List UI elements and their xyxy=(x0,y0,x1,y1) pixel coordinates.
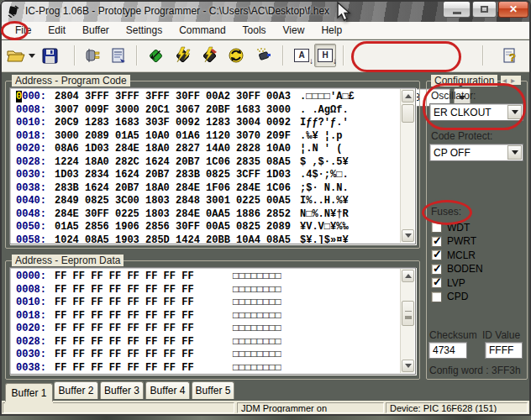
dropdown-button[interactable] xyxy=(507,145,522,160)
fuse-wdt[interactable]: WDT xyxy=(431,221,470,234)
configuration-label: Configuration xyxy=(431,75,497,87)
checkbox-checked-icon[interactable] xyxy=(431,277,442,288)
menu-item-help[interactable]: Help xyxy=(313,23,350,38)
eeprom-row-0020[interactable]: 0020:FF FF FF FF FF FF FF FF□□□□□□□□ xyxy=(16,323,400,336)
scroll-up-button[interactable] xyxy=(402,90,414,102)
eeprom-hex-grid[interactable]: 0000:FF FF FF FF FF FF FF FF□□□□□□□□0008… xyxy=(11,269,400,373)
checkbox-unchecked-icon[interactable] xyxy=(431,222,442,233)
eeprom-row-0000[interactable]: 0000:FF FF FF FF FF FF FF FF□□□□□□□□ xyxy=(16,270,400,284)
program-row-0048[interactable]: 0048:284E 30FF 0225 1803 284E 0AA5 1886 … xyxy=(16,208,400,222)
program-row-0028[interactable]: 0028:1224 18A0 282C 1624 20B7 1C06 2835 … xyxy=(16,156,400,170)
program-row-0008[interactable]: 0008:3007 009F 3000 20C1 3067 20BF 1683 … xyxy=(16,104,400,118)
program-row-0050[interactable]: 0050:01A5 2856 1906 2856 30FF 00A5 0825 … xyxy=(16,221,400,234)
open-folder-icon xyxy=(7,48,25,63)
fuse-boden[interactable]: BODEN xyxy=(431,263,483,276)
eeprom-box: 0000:FF FF FF FF FF FF FF FF□□□□□□□□0008… xyxy=(9,267,416,375)
minimize-icon xyxy=(453,12,461,14)
arrow-down-icon xyxy=(405,364,412,368)
fuse-lvp[interactable]: LVP xyxy=(431,276,465,289)
tab-buffer-5[interactable]: Buffer 5 xyxy=(192,381,234,399)
arrow-up-icon xyxy=(405,94,412,98)
checkbox-checked-icon[interactable] xyxy=(431,236,442,247)
program-row-0018[interactable]: 0018:3000 2089 01A5 10A0 01A6 1120 3070 … xyxy=(16,130,400,144)
fuse-mclr[interactable]: MCLR xyxy=(431,249,476,261)
verify-chip-icon xyxy=(227,46,245,65)
program-row-0000[interactable]: 0000:2804 3FFF 3FFF 3FFF 30FF 00A2 30FF … xyxy=(16,91,400,104)
device-info-button[interactable] xyxy=(108,44,129,67)
eeprom-row-0028[interactable]: 0028:FF FF FF FF FF FF FF FF□□□□□□□□ xyxy=(16,336,400,349)
checkbox-checked-icon[interactable] xyxy=(431,264,442,275)
open-file-button[interactable] xyxy=(5,44,27,67)
verify-chip-button[interactable] xyxy=(225,44,247,67)
program-row-0030[interactable]: 0030:1D03 2834 1624 20B7 283B 0825 3CFF … xyxy=(16,169,400,182)
program-hex-grid[interactable]: 0000:2804 3FFF 3FFF 3FFF 30FF 00A2 30FF … xyxy=(11,89,400,243)
menu-item-tools[interactable]: Tools xyxy=(234,23,275,38)
oscillator-dropdown[interactable]: ER CLKOUT xyxy=(429,103,523,121)
eeprom-row-0030[interactable]: 0030:FF FF FF FF FF FF FF FF□□□□□□□□ xyxy=(16,349,400,362)
checkbox-unchecked-icon[interactable] xyxy=(431,291,442,302)
chevron-down-icon xyxy=(512,150,518,155)
eeprom-row-0018[interactable]: 0018:FF FF FF FF FF FF FF FF□□□□□□□□ xyxy=(16,310,400,323)
maximize-button[interactable] xyxy=(472,1,497,18)
program-code-box: 0000:2804 3FFF 3FFF 3FFF 30FF 00A2 30FF … xyxy=(9,87,416,244)
desktop-background xyxy=(0,415,531,420)
menu-item-buffer[interactable]: Buffer xyxy=(74,23,118,38)
help-button[interactable]: ? xyxy=(499,44,521,67)
config-word-text: Config word : 3FF3h xyxy=(429,365,521,376)
eeprom-row-0038[interactable]: 0038:FF FF FF FF FF FF FF FF□□□□□□□□ xyxy=(16,362,400,375)
program-row-0020[interactable]: 0020:08A6 1D03 284E 18A0 2827 14A0 2828 … xyxy=(16,143,400,156)
menu-item-command[interactable]: Command xyxy=(171,23,234,38)
program-chip-button[interactable] xyxy=(171,44,193,67)
erase-chip-icon xyxy=(200,46,218,65)
scroll-up-button[interactable] xyxy=(402,270,414,282)
code-protect-dropdown[interactable]: CP OFF xyxy=(429,144,523,161)
id-value-field[interactable]: FFFF xyxy=(485,342,523,359)
tab-buffer-1[interactable]: Buffer 1 xyxy=(5,383,53,402)
ascii-window-button[interactable]: A xyxy=(291,44,313,67)
menu-item-view[interactable]: View xyxy=(275,23,313,38)
program-row-0038[interactable]: 0038:283B 1624 20B7 18A0 284E 1F06 284E … xyxy=(16,182,400,196)
fuse-cpd[interactable]: CPD xyxy=(431,291,468,303)
scrollbar-thumb[interactable] xyxy=(402,301,414,326)
program-row-0010[interactable]: 0010:20C9 1283 1683 303F 0092 1283 3004 … xyxy=(16,117,400,130)
status-programmer: JDM Programmer on xyxy=(237,402,384,413)
eeprom-scrollbar[interactable] xyxy=(400,269,414,373)
hardware-check-button[interactable] xyxy=(82,44,104,67)
menu-item-settings[interactable]: Settings xyxy=(118,23,171,38)
chevron-down-icon xyxy=(29,54,35,58)
program-row-0040[interactable]: 0040:2849 0825 3C00 1803 2848 3001 0225 … xyxy=(16,195,400,208)
program-row-0058[interactable]: 0058:1024 08A5 1903 285D 1424 20BB 10A4 … xyxy=(16,234,400,245)
checksum-field[interactable]: 4734 xyxy=(428,342,467,359)
eeprom-row-0010[interactable]: 0010:FF FF FF FF FF FF FF FF□□□□□□□□ xyxy=(16,297,400,310)
config-page-arrows[interactable]: ◂▸ xyxy=(501,76,521,85)
menu-bar: FileEditBufferSettingsCommandToolsViewHe… xyxy=(2,22,529,39)
maximize-icon xyxy=(481,6,488,13)
ic-prog-window: IC-Prog 1.06B - Prototype Programmer - C… xyxy=(0,0,531,420)
open-file-dropdown[interactable] xyxy=(26,44,38,67)
save-file-button[interactable] xyxy=(39,44,60,67)
scroll-down-button[interactable] xyxy=(402,229,414,242)
arrow-down-icon xyxy=(405,234,412,238)
read-chip-icon xyxy=(146,46,165,65)
eeprom-row-0008[interactable]: 0008:FF FF FF FF FF FF FF FF□□□□□□□□ xyxy=(16,284,400,297)
tab-buffer-2[interactable]: Buffer 2 xyxy=(54,381,98,399)
blank-check-button[interactable] xyxy=(252,44,274,67)
fuse-pwrt[interactable]: PWRT xyxy=(431,235,476,248)
scrollbar-thumb[interactable] xyxy=(402,104,414,123)
checkbox-checked-icon[interactable] xyxy=(431,249,442,260)
scroll-down-button[interactable] xyxy=(402,360,414,372)
program-scrollbar[interactable] xyxy=(400,89,414,243)
save-floppy-icon xyxy=(42,48,58,64)
erase-chip-button[interactable] xyxy=(198,44,220,67)
dropdown-button[interactable] xyxy=(507,105,522,119)
fuses-label: Fuses: xyxy=(431,206,461,218)
tab-buffer-4[interactable]: Buffer 4 xyxy=(145,381,190,399)
tab-buffer-3[interactable]: Buffer 3 xyxy=(100,381,144,399)
hex-window-button[interactable]: H xyxy=(314,44,336,67)
menu-item-edit[interactable]: Edit xyxy=(39,23,74,38)
close-button[interactable]: ✕ xyxy=(498,1,528,18)
menu-item-file[interactable]: File xyxy=(7,23,39,38)
read-chip-button[interactable] xyxy=(145,44,166,67)
minimize-button[interactable] xyxy=(443,1,471,18)
device-info-page-icon xyxy=(110,47,127,64)
